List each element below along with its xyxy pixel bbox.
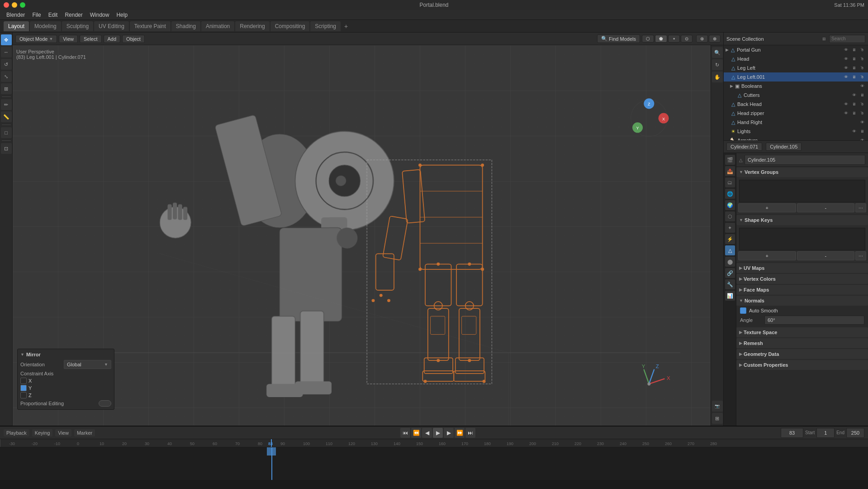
prev-keyframe[interactable]: ⏪ [411, 428, 421, 438]
prop-tab-output[interactable]: 📤 [725, 166, 735, 176]
prop-editing-toggle[interactable] [99, 400, 111, 407]
overlays-btn[interactable]: ⊛ [696, 35, 708, 43]
menu-render[interactable]: Render [62, 11, 85, 19]
angle-field[interactable]: 60° [764, 316, 864, 325]
menu-file[interactable]: File [29, 11, 43, 19]
play-button[interactable]: ▶ [433, 428, 443, 438]
oi-restrict-select[interactable]: 🖱 [858, 46, 866, 54]
track-area[interactable] [0, 447, 868, 480]
ll-render[interactable]: 🖥 [850, 64, 858, 72]
geometry-data-header[interactable]: ▶ Geometry Data [736, 349, 868, 359]
maximize-button[interactable] [20, 2, 25, 8]
outliner-item-legleft[interactable]: △ Leg Left 👁 🖥 🖱 [724, 63, 868, 72]
uv-maps-header[interactable]: ▶ UV Maps [736, 263, 868, 273]
ll-vis[interactable]: 👁 [842, 64, 850, 72]
tl-keying-menu[interactable]: Keying [32, 429, 53, 436]
axis-x-checkbox[interactable] [20, 378, 27, 384]
hr-vis[interactable]: 👁 [858, 118, 866, 126]
add-workspace-button[interactable]: + [342, 22, 351, 31]
vertex-group-list[interactable] [739, 180, 865, 202]
outliner-item-lights[interactable]: ☀ Lights 👁 🖥 [724, 127, 868, 136]
outliner-filter-btn[interactable]: ⊞ [820, 35, 828, 43]
face-maps-header[interactable]: ▶ Face Maps [736, 285, 868, 295]
tab-compositing[interactable]: Compositing [270, 21, 310, 31]
shape-key-list[interactable] [739, 228, 865, 250]
menu-edit[interactable]: Edit [46, 11, 61, 19]
tab-sculpting[interactable]: Sculpting [62, 21, 93, 31]
outliner-item-booleans[interactable]: ▶ ▣ Booleans 👁 [724, 82, 868, 91]
tab-layout[interactable]: Layout [4, 21, 29, 31]
tool-scale[interactable]: ⤡ [1, 71, 12, 82]
oi-restrict-viewport[interactable]: 🖥 [850, 46, 858, 54]
tool-cursor[interactable]: ✥ [1, 34, 12, 45]
end-frame[interactable]: 250 [846, 428, 864, 438]
shape-keys-header[interactable]: ▼ Shape Keys [736, 215, 868, 225]
scene-3d[interactable]: X Y Z Z X Y [13, 45, 723, 426]
outliner-item-handright[interactable]: △ Hand Right 👁 [724, 118, 868, 127]
tl-view-menu[interactable]: View [55, 429, 71, 436]
head-select[interactable]: 🖱 [858, 55, 866, 63]
vg-remove-btn[interactable]: - [797, 203, 855, 212]
tool-measure[interactable]: 📏 [1, 111, 12, 122]
prop-tab-material[interactable]: ⬤ [725, 257, 735, 267]
outliner-item-legleft001[interactable]: △ Leg Left.001 👁 🖥 🖱 [724, 72, 868, 82]
skip-to-end[interactable]: ⏭ [465, 428, 475, 438]
tl-playback-menu[interactable]: Playback [4, 429, 29, 436]
head-render[interactable]: 🖥 [850, 55, 858, 63]
close-button[interactable] [4, 2, 9, 8]
mode-selector[interactable]: Object Mode ▼ [15, 35, 57, 43]
tab-rendering[interactable]: Rendering [235, 21, 269, 31]
arm-vis[interactable]: 👁 [858, 136, 866, 140]
shading-material[interactable]: ⚬ [668, 35, 680, 43]
bh-render[interactable]: 🖥 [850, 100, 858, 108]
next-keyframe[interactable]: ⏩ [455, 428, 465, 438]
window-controls[interactable] [4, 2, 25, 8]
tab-uv-editing[interactable]: UV Editing [94, 21, 129, 31]
sk-remove-btn[interactable]: - [797, 251, 855, 260]
obj-name-field[interactable]: Cylinder.105 [745, 155, 865, 165]
sk-add-btn[interactable]: + [738, 251, 796, 260]
vertex-groups-header[interactable]: ▼ Vertex Groups [736, 167, 868, 177]
custom-properties-header[interactable]: ▶ Custom Properties [736, 360, 868, 370]
hz-vis[interactable]: 👁 [842, 109, 850, 117]
cutters-render[interactable]: 🖥 [858, 91, 866, 99]
ll001-render[interactable]: 🖥 [850, 73, 858, 81]
tool-annotate[interactable]: ✏ [1, 99, 12, 110]
lights-vis[interactable]: 👁 [850, 127, 858, 135]
prop-tab-object[interactable]: ⬡ [725, 211, 735, 221]
prop-tab-physics[interactable]: ⚡ [725, 234, 735, 244]
axis-y-checkbox[interactable] [20, 385, 27, 391]
outliner-item-backhead[interactable]: △ Back Head 👁 🖥 🖱 [724, 100, 868, 109]
view-nav-zoom[interactable]: 🔍 [712, 47, 723, 58]
vg-add-btn[interactable]: + [738, 203, 796, 212]
hz-render[interactable]: 🖥 [850, 109, 858, 117]
prop-tab-object-data[interactable]: 📊 [725, 291, 735, 301]
prop-tab-scene[interactable]: 🌐 [725, 189, 735, 199]
lights-render[interactable]: 🖥 [858, 127, 866, 135]
start-frame[interactable]: 1 [816, 428, 835, 438]
skip-to-start[interactable]: ⏮ [400, 428, 410, 438]
menu-blender[interactable]: Blender [4, 11, 28, 19]
tool-add-cube[interactable]: □ [1, 127, 12, 138]
prop-tab-world[interactable]: 🌍 [725, 200, 735, 210]
remesh-header[interactable]: ▶ Remesh [736, 338, 868, 348]
head-vis[interactable]: 👁 [842, 55, 850, 63]
bool-vis[interactable]: 👁 [858, 82, 866, 90]
prop-tab-particles[interactable]: ✦ [725, 223, 735, 233]
axis-z-checkbox[interactable] [20, 392, 27, 398]
menu-window[interactable]: Window [87, 11, 112, 19]
shading-wireframe[interactable]: ⬡ [642, 35, 654, 43]
cutters-vis[interactable]: 👁 [850, 91, 858, 99]
view-nav-move[interactable]: ✋ [712, 72, 723, 82]
prop-tab-render[interactable]: 🎬 [725, 155, 735, 165]
outliner-item-portal-gun[interactable]: ▶ △ Portal Gun 👁 🖥 🖱 [724, 45, 868, 54]
bh-vis[interactable]: 👁 [842, 100, 850, 108]
view-menu[interactable]: View [59, 35, 78, 43]
outliner-search[interactable] [829, 35, 865, 43]
menu-help[interactable]: Help [114, 11, 130, 19]
ll001-vis[interactable]: 👁 [842, 73, 850, 81]
current-frame[interactable]: 83 [781, 428, 803, 438]
tool-rotate[interactable]: ↺ [1, 59, 12, 70]
tab-animation[interactable]: Animation [201, 21, 234, 31]
shading-rendered[interactable]: ⊙ [681, 35, 693, 43]
